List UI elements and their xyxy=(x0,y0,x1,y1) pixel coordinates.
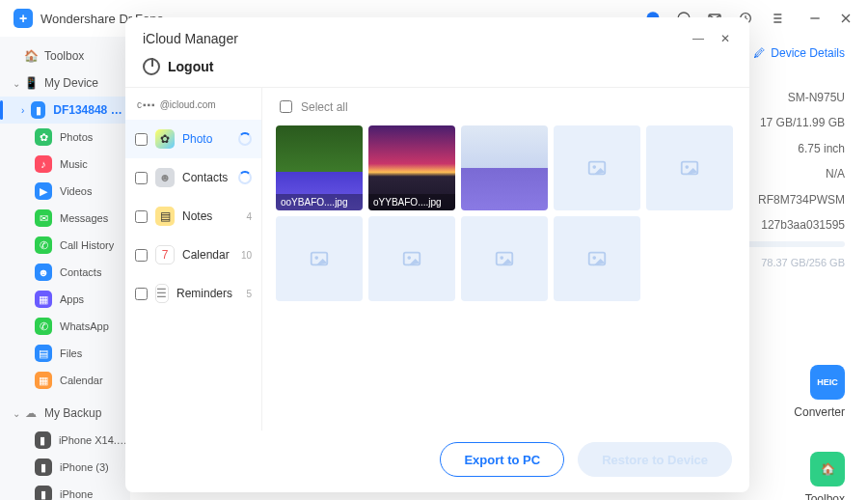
phone-icon: ▮ xyxy=(31,101,45,119)
select-all-checkbox[interactable] xyxy=(280,100,292,113)
feature-heic-converter[interactable]: HEIC Converter xyxy=(794,365,845,419)
sidebar-item-messages[interactable]: ✉Messages xyxy=(0,205,130,232)
photo-thumbnail[interactable]: oYYBAFO....jpg xyxy=(368,125,455,210)
category-checkbox[interactable] xyxy=(135,210,148,223)
svg-point-13 xyxy=(500,256,503,260)
category-notes[interactable]: ▤ Notes 4 xyxy=(125,197,261,236)
heic-icon: HEIC xyxy=(810,365,845,400)
photo-placeholder xyxy=(554,216,640,301)
toolbox-group[interactable]: 🏠 Toolbox xyxy=(0,42,130,69)
my-device-group[interactable]: ⌄ 📱 My Device xyxy=(0,69,130,97)
category-calendar[interactable]: 7 Calendar 10 xyxy=(125,236,261,274)
phone-icon: ▮ xyxy=(35,486,52,500)
toolbox-icon: 🏠 xyxy=(23,48,39,64)
contacts-icon: ☻ xyxy=(35,264,52,281)
photo-placeholder xyxy=(276,216,363,301)
phone-icon: ▮ xyxy=(35,458,52,476)
device-details-link[interactable]: 🖉 Device Details xyxy=(753,46,845,60)
files-icon: ▤ xyxy=(35,345,52,362)
sidebar-item-whatsapp[interactable]: ✆WhatsApp xyxy=(0,313,130,340)
image-placeholder-icon xyxy=(554,216,640,301)
photo-placeholder xyxy=(646,125,733,210)
details-icon: 🖉 xyxy=(753,46,765,60)
modal-minimize-icon[interactable]: — xyxy=(692,32,705,45)
image-placeholder-icon xyxy=(646,125,733,210)
backup-item[interactable]: ▮iPhone (3) xyxy=(0,454,130,481)
category-column: c▪▪▪@icloud.com ✿ Photo ☻ Contacts ▤ Not… xyxy=(125,88,262,431)
sidebar-item-photos[interactable]: ✿Photos xyxy=(0,124,130,151)
my-device-label: My Device xyxy=(44,76,98,90)
category-photo[interactable]: ✿ Photo xyxy=(125,120,261,158)
sidebar: 🏠 Toolbox ⌄ 📱 My Device › ▮ DF134848 Not… xyxy=(0,37,130,500)
my-backup-label: My Backup xyxy=(44,406,101,420)
modal-header: iCloud Manager — ✕ xyxy=(125,17,749,54)
image-placeholder-icon xyxy=(276,216,363,301)
icloud-account: c▪▪▪@icloud.com xyxy=(125,96,261,120)
icloud-manager-modal: iCloud Manager — ✕ Logout c▪▪▪@icloud.co… xyxy=(125,17,749,492)
chevron-right-icon: › xyxy=(21,105,29,116)
image-placeholder-icon xyxy=(368,216,455,301)
minimize-icon[interactable] xyxy=(806,10,824,27)
device-icon: 📱 xyxy=(23,75,39,91)
contacts-icon: ☻ xyxy=(155,168,175,187)
reminders-icon: ☰ xyxy=(155,284,169,303)
svg-point-5 xyxy=(592,165,596,169)
sidebar-item-call-history[interactable]: ✆Call History xyxy=(0,232,130,259)
select-all[interactable]: Select all xyxy=(276,97,736,116)
calendar-icon: ▦ xyxy=(35,372,52,389)
photo-placeholder xyxy=(554,125,640,210)
sidebar-item-videos[interactable]: ▶Videos xyxy=(0,178,130,205)
sidebar-item-calendar[interactable]: ▦Calendar xyxy=(0,367,130,394)
notes-icon: ▤ xyxy=(155,207,175,226)
svg-point-11 xyxy=(407,256,411,260)
backup-item[interactable]: ▮iPhone X14.7-... xyxy=(0,427,130,454)
phone-icon: ▮ xyxy=(35,431,51,449)
photo-icon: ✿ xyxy=(155,129,175,149)
photo-grid: ooYBAFO....jpg oYYBAFO....jpg xyxy=(276,125,736,301)
sidebar-item-music[interactable]: ♪Music xyxy=(0,151,130,178)
photo-placeholder xyxy=(368,216,455,301)
chevron-down-icon: ⌄ xyxy=(12,408,21,419)
my-backup-group[interactable]: ⌄ ☁ My Backup xyxy=(0,400,130,427)
export-to-pc-button[interactable]: Export to PC xyxy=(440,442,564,477)
loading-spinner-icon xyxy=(238,171,252,184)
modal-close-icon[interactable]: ✕ xyxy=(719,32,732,45)
photo-thumbnail[interactable] xyxy=(461,125,548,210)
svg-point-9 xyxy=(314,256,318,260)
power-icon xyxy=(143,58,160,75)
image-placeholder-icon xyxy=(461,216,548,301)
chevron-down-icon: ⌄ xyxy=(12,78,21,89)
music-icon: ♪ xyxy=(35,155,52,173)
menu-list-icon[interactable] xyxy=(768,10,785,27)
category-checkbox[interactable] xyxy=(135,133,148,146)
category-checkbox[interactable] xyxy=(135,172,148,184)
photo-placeholder xyxy=(461,216,548,301)
sidebar-item-apps[interactable]: ▦Apps xyxy=(0,286,130,313)
messages-icon: ✉ xyxy=(35,209,52,227)
device-name: DF134848 Note... xyxy=(53,103,130,117)
modal-title: iCloud Manager xyxy=(143,31,678,46)
close-icon[interactable] xyxy=(837,10,854,27)
sidebar-item-files[interactable]: ▤Files xyxy=(0,340,130,367)
apps-icon: ▦ xyxy=(35,291,52,308)
backup-item[interactable]: ▮iPhone xyxy=(0,481,130,500)
sidebar-item-contacts[interactable]: ☻Contacts xyxy=(0,259,130,286)
whatsapp-icon: ✆ xyxy=(35,318,52,335)
modal-footer: Export to PC Restore to Device xyxy=(125,431,749,492)
category-checkbox[interactable] xyxy=(135,288,148,300)
sidebar-item-device[interactable]: › ▮ DF134848 Note... xyxy=(0,97,130,124)
svg-point-7 xyxy=(685,165,689,169)
logout-button[interactable]: Logout xyxy=(125,54,749,87)
category-reminders[interactable]: ☰ Reminders 5 xyxy=(125,274,261,313)
backup-icon: ☁ xyxy=(23,405,39,421)
feature-toolbox[interactable]: 🏠 Toolbox xyxy=(805,452,845,500)
toolbox-icon: 🏠 xyxy=(810,452,845,486)
videos-icon: ▶ xyxy=(35,182,52,200)
restore-to-device-button: Restore to Device xyxy=(578,442,732,477)
photo-thumbnail[interactable]: ooYBAFO....jpg xyxy=(276,125,363,210)
category-contacts[interactable]: ☻ Contacts xyxy=(125,158,261,197)
category-checkbox[interactable] xyxy=(135,249,148,262)
call-history-icon: ✆ xyxy=(35,236,52,254)
loading-spinner-icon xyxy=(238,132,252,146)
toolbox-label: Toolbox xyxy=(44,49,84,63)
